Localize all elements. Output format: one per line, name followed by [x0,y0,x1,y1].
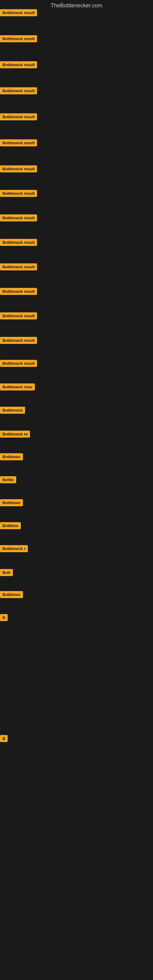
bottleneck-item-15: Bottleneck result [0,360,37,368]
bottleneck-item-25: Bottlenec [0,591,23,599]
bottleneck-item-10: Bottleneck result [0,239,37,247]
bottleneck-item-12: Bottleneck result [0,288,37,296]
bottleneck-badge-27[interactable]: B [0,735,8,742]
bottleneck-badge-19[interactable]: Bottlenec [0,453,23,460]
bottleneck-item-5: Bottleneck result [0,113,37,122]
bottleneck-item-23: Bottleneck r [0,545,28,554]
bottleneck-badge-3[interactable]: Bottleneck result [0,61,37,68]
bottleneck-badge-20[interactable]: Bottle [0,476,16,483]
bottleneck-item-24: Bott [0,569,13,577]
bottleneck-item-27: B [0,735,8,743]
bottleneck-badge-22[interactable]: Bottlene [0,522,21,529]
bottleneck-badge-24[interactable]: Bott [0,569,13,576]
bottleneck-badge-1[interactable]: Bottleneck result [0,9,37,16]
bottleneck-item-16: Bottleneck resu [0,383,35,392]
bottleneck-item-26: B [0,614,8,622]
bottleneck-item-2: Bottleneck result [0,35,37,43]
bottleneck-item-1: Bottleneck result [0,9,37,18]
bottleneck-item-7: Bottleneck result [0,165,37,173]
bottleneck-badge-14[interactable]: Bottleneck result [0,337,37,344]
bottleneck-item-14: Bottleneck result [0,337,37,345]
bottleneck-item-22: Bottlene [0,522,21,530]
bottleneck-badge-23[interactable]: Bottleneck r [0,545,28,552]
bottleneck-item-6: Bottleneck result [0,139,37,148]
bottleneck-badge-10[interactable]: Bottleneck result [0,239,37,246]
bottleneck-badge-26[interactable]: B [0,614,8,621]
bottleneck-badge-11[interactable]: Bottleneck result [0,263,37,270]
bottleneck-item-19: Bottlenec [0,453,23,461]
bottleneck-item-21: Bottlenec [0,499,23,508]
bottleneck-badge-12[interactable]: Bottleneck result [0,288,37,295]
bottleneck-badge-7[interactable]: Bottleneck result [0,165,37,172]
bottleneck-item-9: Bottleneck result [0,215,37,223]
bottleneck-badge-4[interactable]: Bottleneck result [0,87,37,94]
bottleneck-badge-25[interactable]: Bottlenec [0,591,23,598]
bottleneck-item-17: Bottleneck [0,407,25,415]
bottleneck-badge-9[interactable]: Bottleneck result [0,215,37,221]
bottleneck-badge-5[interactable]: Bottleneck result [0,113,37,120]
bottleneck-badge-21[interactable]: Bottlenec [0,499,23,506]
bottleneck-item-3: Bottleneck result [0,61,37,70]
bottleneck-badge-8[interactable]: Bottleneck result [0,190,37,197]
bottleneck-badge-15[interactable]: Bottleneck result [0,360,37,367]
bottleneck-badge-2[interactable]: Bottleneck result [0,35,37,42]
bottleneck-badge-17[interactable]: Bottleneck [0,407,25,414]
bottleneck-item-11: Bottleneck result [0,263,37,272]
bottleneck-item-20: Bottle [0,476,16,485]
bottleneck-item-13: Bottleneck result [0,312,37,321]
bottleneck-item-4: Bottleneck result [0,87,37,95]
bottleneck-badge-13[interactable]: Bottleneck result [0,312,37,320]
bottleneck-item-18: Bottleneck re [0,431,30,439]
bottleneck-badge-6[interactable]: Bottleneck result [0,139,37,146]
bottleneck-badge-18[interactable]: Bottleneck re [0,431,30,438]
bottleneck-item-8: Bottleneck result [0,190,37,198]
bottleneck-badge-16[interactable]: Bottleneck resu [0,383,35,390]
